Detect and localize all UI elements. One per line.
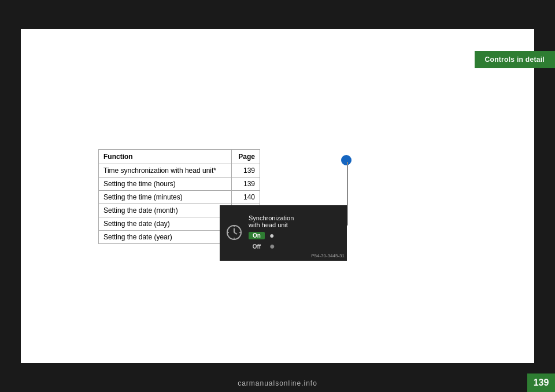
clock-icon	[225, 224, 243, 243]
off-badge: Off	[249, 243, 265, 250]
watermark: carmanualsonline.info	[238, 379, 317, 387]
svg-line-2	[234, 232, 237, 234]
sync-title-line2: with head unit	[249, 221, 294, 228]
table-cell-page: 139	[231, 164, 260, 177]
sync-text-block: Synchronization with head unit On ● Off …	[249, 215, 294, 252]
sync-off-row: Off ●	[249, 241, 294, 252]
table-cell-function: Setting the date (month)	[99, 204, 232, 217]
sync-on-row: On ●	[249, 231, 294, 240]
bottom-band	[0, 363, 555, 392]
top-band	[0, 0, 555, 29]
left-band	[0, 0, 21, 392]
on-badge: On	[249, 232, 265, 239]
table-cell-page: 140	[231, 191, 260, 204]
table-row: Setting the time (hours) 139	[99, 177, 260, 191]
sync-title-line1: Synchronization	[249, 215, 294, 221]
table-cell-function: Setting the date (year)	[99, 231, 232, 244]
sync-display-panel: Synchronization with head unit On ● Off …	[220, 205, 347, 261]
page-number-box: 139	[527, 373, 555, 392]
minus-icon: ●	[269, 241, 275, 252]
page-number: 139	[534, 378, 549, 388]
table-cell-function: Setting the time (minutes)	[99, 191, 232, 204]
plus-icon: ●	[269, 231, 274, 240]
header-tab-label: Controls in detail	[485, 56, 545, 64]
table-cell-function: Setting the time (hours)	[99, 177, 232, 191]
table-cell-function: Setting the date (day)	[99, 217, 232, 231]
table-header-page: Page	[231, 150, 260, 164]
table-cell-function: Time synchronization with head unit*	[99, 164, 232, 177]
vertical-line	[347, 162, 348, 225]
table-cell-page: 139	[231, 177, 260, 191]
part-number: P54-70-3445-31	[311, 253, 345, 258]
blue-circle-bullet	[341, 155, 352, 165]
table-header-function: Function	[99, 150, 232, 164]
table-row: Setting the time (minutes) 140	[99, 191, 260, 204]
header-tab: Controls in detail	[475, 51, 555, 68]
table-row: Time synchronization with head unit* 139	[99, 164, 260, 177]
